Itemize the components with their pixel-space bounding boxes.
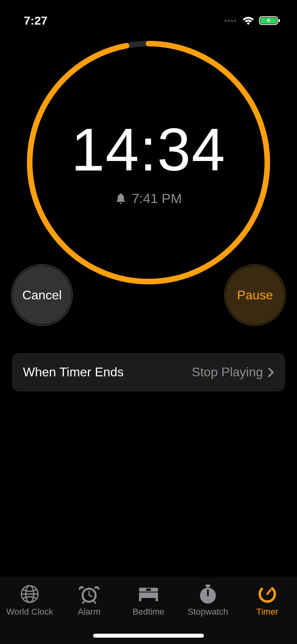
- tab-label: Timer: [256, 607, 278, 617]
- tab-bedtime[interactable]: Bedtime: [121, 584, 176, 617]
- svg-rect-21: [207, 586, 209, 588]
- signal-dots-icon: [225, 20, 236, 22]
- time-remaining: 14:34: [71, 119, 226, 180]
- alarm-clock-icon: [79, 584, 99, 604]
- end-time: 7:41 PM: [132, 191, 182, 206]
- battery-charging-icon: [259, 15, 281, 26]
- status-time: 7:27: [24, 14, 48, 27]
- pause-button[interactable]: Pause: [226, 266, 284, 324]
- status-icons: [225, 15, 281, 26]
- svg-rect-18: [146, 588, 151, 591]
- stopwatch-icon: [198, 584, 217, 604]
- svg-line-13: [94, 602, 95, 603]
- svg-line-24: [267, 590, 270, 594]
- svg-rect-15: [139, 592, 158, 598]
- bell-icon: [115, 192, 126, 204]
- tab-alarm[interactable]: Alarm: [61, 584, 117, 617]
- tab-stopwatch[interactable]: Stopwatch: [180, 584, 236, 617]
- chevron-right-icon: [268, 367, 274, 378]
- tab-label: Stopwatch: [188, 607, 228, 617]
- status-bar: 7:27: [0, 0, 297, 32]
- pause-label: Pause: [237, 288, 273, 303]
- home-indicator[interactable]: [93, 634, 204, 638]
- svg-rect-17: [156, 597, 158, 601]
- svg-line-12: [83, 602, 84, 603]
- timer-display: 14:34 7:41 PM: [0, 40, 297, 286]
- bed-icon: [137, 584, 160, 604]
- end-time-row: 7:41 PM: [115, 191, 182, 206]
- globe-icon: [20, 584, 40, 604]
- svg-rect-2: [278, 19, 280, 22]
- cancel-button[interactable]: Cancel: [13, 266, 71, 324]
- tab-label: Alarm: [78, 607, 100, 617]
- when-timer-ends-value: Stop Playing: [192, 365, 263, 380]
- cancel-label: Cancel: [22, 288, 62, 303]
- tab-timer[interactable]: Timer: [240, 584, 295, 617]
- tab-label: World Clock: [6, 607, 53, 617]
- timer-icon: [258, 584, 277, 604]
- tab-label: Bedtime: [133, 607, 165, 617]
- tab-world-clock[interactable]: World Clock: [2, 584, 57, 617]
- when-timer-ends-label: When Timer Ends: [23, 365, 124, 380]
- svg-rect-16: [139, 597, 141, 601]
- when-timer-ends-row[interactable]: When Timer Ends Stop Playing: [12, 353, 285, 391]
- wifi-icon: [242, 15, 255, 26]
